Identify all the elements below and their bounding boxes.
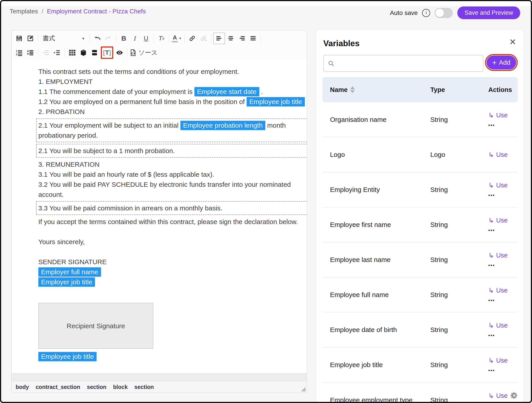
use-variable-link[interactable]: ↳Use [488, 286, 508, 294]
table-row: Employee full nameString↳Use••• [323, 277, 518, 312]
source-icon[interactable]: ソース [130, 47, 158, 58]
row-menu-icon[interactable]: ••• [488, 228, 495, 233]
underline-icon[interactable]: U [141, 33, 151, 44]
variable-chip[interactable]: Employee probation length [180, 121, 265, 130]
use-arrow-icon: ↳ [488, 357, 494, 364]
add-variable-button[interactable]: + Add [487, 56, 516, 69]
breadcrumb-templates[interactable]: Templates [10, 8, 38, 15]
column-actions: Actions [488, 86, 512, 93]
remove-format-icon[interactable]: Tx [156, 33, 167, 44]
sort-icon[interactable] [350, 86, 355, 93]
use-arrow-icon: ↳ [488, 111, 494, 119]
recipient-signature-field[interactable]: Recipient Signature [38, 303, 153, 349]
close-icon[interactable]: × [509, 36, 516, 47]
preview-eye-icon[interactable] [114, 47, 125, 58]
templates-icon[interactable] [25, 33, 36, 44]
use-variable-link[interactable]: ↳Use [488, 216, 508, 224]
breadcrumb: Templates / Employment Contract - Pizza … [10, 8, 146, 15]
bold-icon[interactable]: B [118, 33, 129, 44]
paragraph: 3.1 You will be paid an hourly rate of $… [38, 169, 307, 179]
italic-icon[interactable]: I [130, 33, 140, 44]
variable-type: String [430, 115, 488, 124]
use-variable-link[interactable]: ↳Use [488, 392, 508, 400]
variable-chip[interactable]: Employee start date [194, 87, 259, 96]
align-left-icon[interactable] [213, 32, 225, 44]
path-item[interactable]: section [134, 384, 154, 390]
paragraph [38, 247, 307, 257]
bulleted-list-icon[interactable] [25, 47, 36, 58]
use-variable-link[interactable]: ↳Use [488, 357, 508, 364]
format-dropdown[interactable]: 書式 ▼ [40, 33, 87, 44]
variable-chip[interactable]: Employee job title [38, 352, 96, 361]
info-circle-icon[interactable]: i [422, 9, 430, 17]
save-icon[interactable] [14, 33, 25, 44]
variables-table-header: Name Type Actions [323, 77, 518, 102]
block-icon[interactable] [78, 47, 89, 58]
search-icon [328, 60, 335, 67]
row-menu-icon[interactable]: ••• [488, 368, 495, 373]
row-menu-icon[interactable]: ••• [488, 333, 495, 338]
breadcrumb-current[interactable]: Employment Contract - Pizza Chefs [47, 8, 146, 15]
add-button-highlight: + Add [485, 54, 518, 71]
use-arrow-icon: ↳ [488, 216, 494, 224]
outdent-icon[interactable] [40, 47, 51, 58]
variable-chip[interactable]: Employer job title [38, 277, 95, 287]
use-variable-link[interactable]: ↳Use [488, 111, 508, 119]
redo-icon[interactable] [103, 33, 114, 44]
use-arrow-icon: ↳ [488, 286, 494, 294]
align-right-icon[interactable] [237, 33, 247, 44]
paragraph: 2. PROBATION [38, 107, 307, 117]
path-item[interactable]: section [87, 384, 107, 390]
spacer [38, 287, 307, 297]
variable-chip[interactable]: Employee job title [247, 97, 305, 106]
variable-chip[interactable]: Employer full name [38, 267, 101, 277]
use-variable-link[interactable]: ↳Use [488, 151, 508, 159]
align-center-icon[interactable] [225, 33, 236, 44]
gear-icon[interactable] [510, 391, 519, 400]
save-and-preview-button[interactable]: Save and Preview [457, 6, 520, 19]
use-variable-link[interactable]: ↳Use [488, 182, 508, 189]
variables-search[interactable] [323, 55, 483, 72]
variable-type: String [430, 185, 488, 195]
variable-name: Employee date of birth [330, 325, 430, 335]
align-justify-icon[interactable] [248, 33, 258, 44]
indent-icon[interactable] [51, 47, 62, 58]
use-variable-link[interactable]: ↳Use [488, 252, 508, 259]
svg-text:2: 2 [16, 53, 17, 56]
row-menu-icon[interactable]: ••• [488, 123, 495, 128]
contract-section[interactable]: 2.1 You will be subject to a 1 month pro… [36, 144, 307, 157]
link-icon[interactable] [187, 33, 197, 44]
search-input[interactable] [338, 59, 479, 67]
toolbar-row-1: 書式 ▼ B I U Tx A [14, 31, 304, 46]
undo-icon[interactable] [92, 33, 102, 44]
auto-save-toggle[interactable] [435, 8, 453, 18]
column-type: Type [430, 86, 488, 93]
document-content[interactable]: This contract sets out the terms and con… [12, 60, 307, 373]
numbered-list-icon[interactable]: 12 [14, 47, 25, 58]
toolbar-row-2: 12 [14, 46, 304, 60]
variable-name: Employee last name [330, 255, 430, 265]
path-item[interactable]: block [113, 384, 127, 390]
font-color-icon[interactable]: A ▼ [171, 33, 182, 44]
use-variable-link[interactable]: ↳Use [488, 322, 508, 329]
path-item[interactable]: body [16, 384, 29, 390]
table-row: Employee last nameString↳Use••• [323, 242, 518, 277]
path-item[interactable]: contract_section [36, 384, 80, 390]
page-break-icon[interactable] [89, 47, 100, 58]
contract-section[interactable]: 3.3 You will be paid commission in arrea… [36, 201, 307, 215]
table-icon[interactable] [67, 47, 78, 58]
row-menu-icon[interactable]: ••• [488, 193, 495, 198]
table-row: Employee date of birthString↳Use••• [323, 312, 518, 347]
horizontal-scrollbar[interactable] [12, 373, 307, 381]
variables-table-body: Organisation nameString↳Use•••LogoLogo↳U… [323, 102, 518, 403]
insert-variable-icon[interactable]: [T] [102, 47, 112, 58]
row-menu-icon[interactable]: ••• [488, 298, 495, 303]
contract-section[interactable]: 2.1 Your employment will be subject to a… [36, 118, 307, 142]
use-arrow-icon: ↳ [488, 322, 494, 329]
row-menu-icon[interactable]: ••• [488, 263, 495, 268]
toggle-knob [436, 9, 444, 17]
unlink-icon[interactable] [198, 33, 209, 44]
variables-panel: Variables × + Add Name Type Actions Orga… [316, 30, 524, 403]
paragraph: 3.2 You will be paid PAY SCHEDULE by ele… [38, 179, 307, 200]
resize-handle[interactable] [301, 387, 305, 391]
